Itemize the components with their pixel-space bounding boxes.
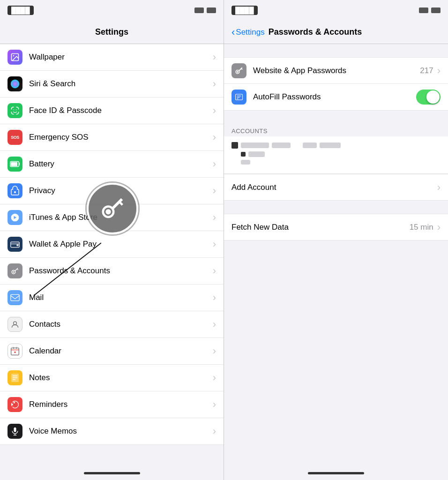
account-text-4 bbox=[320, 142, 341, 148]
key-overlay-circle bbox=[87, 183, 138, 234]
reminders-label: Reminders bbox=[29, 400, 213, 409]
settings-item-siri[interactable]: Siri & Search bbox=[0, 71, 224, 98]
svg-rect-15 bbox=[11, 294, 19, 300]
battery-icon bbox=[7, 157, 22, 172]
website-passwords-item[interactable]: Website & App Passwords 217 bbox=[224, 57, 448, 84]
notes-icon bbox=[7, 370, 22, 385]
contacts-icon bbox=[7, 317, 22, 332]
left-status-bar: ████ bbox=[0, 0, 224, 21]
fetch-new-data-chevron bbox=[437, 221, 441, 233]
svg-point-21 bbox=[14, 352, 15, 353]
right-status-icons bbox=[419, 8, 441, 13]
settings-item-faceid[interactable]: Face ID & Passcode bbox=[0, 98, 224, 124]
add-account-item[interactable]: Add Account bbox=[224, 174, 448, 201]
settings-item-wallpaper[interactable]: Wallpaper bbox=[0, 44, 224, 71]
settings-item-contacts[interactable]: Contacts bbox=[0, 311, 224, 338]
faceid-icon bbox=[7, 103, 22, 118]
wallet-chevron bbox=[213, 238, 216, 250]
left-status-time: ████ bbox=[7, 6, 34, 15]
calendar-chevron bbox=[213, 345, 216, 357]
svg-point-38 bbox=[105, 209, 111, 214]
autofill-icon bbox=[231, 90, 246, 105]
itunes-chevron bbox=[213, 211, 216, 224]
settings-item-mail[interactable]: Mail bbox=[0, 285, 224, 311]
svg-line-41 bbox=[241, 68, 242, 69]
bottom-spacer bbox=[224, 240, 448, 381]
fetch-new-data-value: 15 min bbox=[410, 223, 433, 232]
settings-item-reminders[interactable]: Reminders bbox=[0, 391, 224, 418]
voicememos-label: Voice Memos bbox=[29, 427, 213, 436]
right-header: ‹ Settings Passwords & Accounts bbox=[224, 21, 448, 44]
settings-item-passwords[interactable]: Passwords & Accounts bbox=[0, 258, 224, 285]
account-row-2 bbox=[241, 151, 441, 157]
right-content: Website & App Passwords 217 AutoFill Pas… bbox=[224, 44, 448, 466]
right-panel: ████ ‹ Settings Passwords & Accounts bbox=[224, 0, 448, 480]
passwords-icon bbox=[7, 263, 22, 278]
svg-rect-32 bbox=[14, 428, 16, 432]
fetch-new-data-item[interactable]: Fetch New Data 15 min bbox=[224, 214, 448, 240]
settings-item-wallet[interactable]: Wallet & Apple Pay bbox=[0, 231, 224, 258]
wallet-label: Wallet & Apple Pay bbox=[29, 240, 213, 249]
top-spacer bbox=[224, 44, 448, 57]
svg-point-42 bbox=[237, 71, 239, 73]
calendar-icon bbox=[7, 344, 22, 359]
contacts-chevron bbox=[213, 318, 216, 330]
svg-point-3 bbox=[16, 110, 17, 111]
voicememos-chevron bbox=[213, 425, 216, 437]
notes-chevron bbox=[213, 372, 216, 384]
mail-chevron bbox=[213, 292, 216, 304]
toggle-knob bbox=[426, 90, 440, 104]
svg-point-29 bbox=[12, 404, 13, 405]
svg-point-16 bbox=[14, 322, 17, 325]
right-status-time: ████ bbox=[231, 6, 258, 15]
left-title-bar: Settings bbox=[0, 21, 224, 44]
voicememos-icon bbox=[7, 424, 22, 439]
account-row-1 bbox=[231, 142, 441, 149]
svg-rect-6 bbox=[11, 162, 17, 166]
itunes-icon bbox=[7, 210, 22, 225]
website-passwords-label: Website & App Passwords bbox=[253, 66, 420, 75]
accounts-section-header: ACCOUNTS bbox=[224, 124, 448, 136]
account-sub-text-2 bbox=[241, 160, 250, 165]
svg-point-28 bbox=[14, 402, 15, 403]
settings-item-calendar[interactable]: Calendar bbox=[0, 338, 224, 365]
spacer-fetch bbox=[224, 201, 448, 214]
sos-label: Emergency SOS bbox=[29, 133, 213, 142]
svg-point-27 bbox=[12, 402, 13, 403]
siri-icon bbox=[7, 76, 22, 91]
battery-chevron bbox=[213, 158, 216, 170]
settings-list: Wallpaper Siri & Search bbox=[0, 44, 224, 466]
back-button[interactable]: ‹ Settings bbox=[231, 26, 265, 38]
faceid-chevron bbox=[213, 105, 216, 117]
mail-icon bbox=[7, 290, 22, 305]
settings-item-voicememos[interactable]: Voice Memos bbox=[0, 418, 224, 445]
settings-item-notes[interactable]: Notes bbox=[0, 365, 224, 391]
svg-rect-43 bbox=[236, 94, 243, 100]
svg-rect-5 bbox=[19, 163, 20, 165]
right-wifi-icon bbox=[431, 8, 441, 13]
calendar-label: Calendar bbox=[29, 346, 213, 356]
privacy-icon bbox=[7, 183, 22, 198]
back-label: Settings bbox=[236, 28, 264, 37]
wifi-icon bbox=[207, 8, 216, 13]
svg-line-37 bbox=[119, 202, 123, 205]
wallpaper-chevron bbox=[213, 51, 216, 63]
mail-label: Mail bbox=[29, 293, 213, 302]
reminders-chevron bbox=[213, 398, 216, 411]
svg-point-30 bbox=[14, 404, 15, 405]
add-account-chevron bbox=[437, 181, 441, 194]
privacy-chevron bbox=[213, 185, 216, 197]
svg-line-12 bbox=[15, 268, 18, 271]
home-bar-right bbox=[308, 472, 364, 474]
accounts-section bbox=[224, 136, 448, 174]
settings-item-sos[interactable]: SOS Emergency SOS bbox=[0, 124, 224, 151]
account-text-1 bbox=[241, 142, 269, 148]
autofill-toggle[interactable] bbox=[416, 90, 441, 105]
fetch-new-data-label: Fetch New Data bbox=[231, 223, 410, 232]
autofill-passwords-item[interactable]: AutoFill Passwords bbox=[224, 84, 448, 111]
right-status-bar: ████ bbox=[224, 0, 448, 21]
svg-point-7 bbox=[14, 191, 16, 193]
settings-item-battery[interactable]: Battery bbox=[0, 151, 224, 178]
passwords-chevron bbox=[213, 265, 216, 277]
spacer-accounts bbox=[224, 111, 448, 124]
